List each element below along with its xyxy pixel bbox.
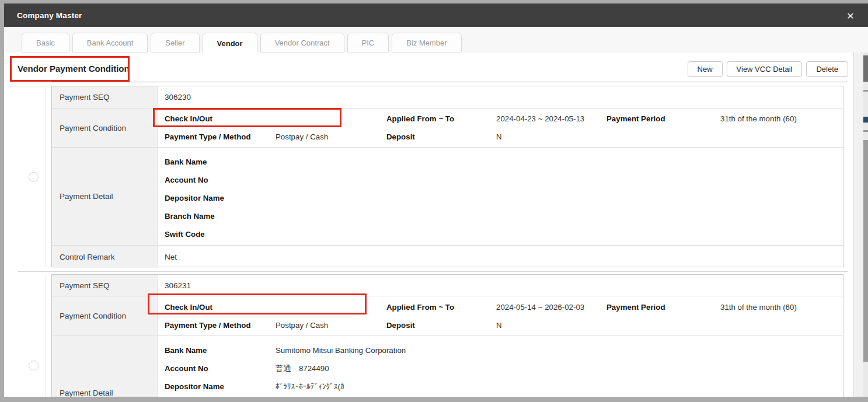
window-frame bbox=[0, 0, 868, 4]
account-no-label: Account No bbox=[165, 359, 276, 377]
payment-seq-value: 306231 bbox=[158, 275, 843, 296]
check-in-out-label: Check In/Out bbox=[165, 298, 386, 316]
swift-code-label: Swift Code bbox=[165, 225, 276, 243]
bank-name-value: Sumitomo Mitsui Banking Corporation bbox=[276, 341, 843, 359]
bank-name-value bbox=[276, 153, 843, 171]
record-select-radio[interactable] bbox=[29, 172, 39, 182]
table-row-payment-condition: Payment Condition Check In/Out Applied F… bbox=[52, 109, 843, 148]
payment-type-method-label: Payment Type / Method bbox=[165, 128, 276, 146]
bank-name-label: Bank Name bbox=[165, 341, 276, 359]
payment-record-table: Payment SEQ 306230 Payment Condition Che… bbox=[51, 86, 843, 267]
window-title: Company Master bbox=[17, 11, 82, 20]
between-records-divider bbox=[18, 271, 848, 272]
vendor-tab-content: Vendor Payment Condition New View VCC De… bbox=[4, 53, 853, 397]
applied-from-to-value: 2024-05-14 ~ 2026-02-03 bbox=[496, 298, 606, 316]
check-in-out-label: Check In/Out bbox=[165, 110, 386, 128]
table-row-payment-detail: Payment Detail Bank Name Sumitomo Mitsui… bbox=[52, 336, 843, 402]
branch-name-value bbox=[276, 207, 843, 225]
payment-condition-label: Payment Condition bbox=[52, 296, 158, 335]
tab-biz-member[interactable]: Biz Member bbox=[392, 33, 461, 53]
payment-detail-label: Payment Detail bbox=[52, 336, 158, 402]
account-no-label: Account No bbox=[165, 171, 276, 189]
applied-from-to-label: Applied From ~ To bbox=[386, 110, 496, 128]
table-row-payment-detail: Payment Detail Bank Name Account No Depo… bbox=[52, 148, 843, 246]
background-page-fragment bbox=[863, 117, 868, 123]
header-divider bbox=[51, 82, 848, 82]
deposit-label: Deposit bbox=[386, 316, 496, 334]
table-row-control-remark: Control Remark Net bbox=[52, 246, 843, 268]
new-button[interactable]: New bbox=[688, 61, 723, 77]
tab-seller[interactable]: Seller bbox=[151, 33, 199, 53]
payment-detail-label: Payment Detail bbox=[52, 148, 158, 245]
control-remark-value: Net bbox=[158, 246, 843, 268]
company-master-window: Company Master × Basic Bank Account Sell… bbox=[0, 0, 868, 402]
payment-type-method-label: Payment Type / Method bbox=[165, 316, 276, 334]
depositor-name-label: Depositor Name bbox=[165, 377, 276, 396]
tab-vendor[interactable]: Vendor bbox=[203, 33, 257, 54]
payment-seq-label: Payment SEQ bbox=[52, 275, 158, 296]
modal-titlebar: Company Master × bbox=[4, 4, 868, 27]
payment-record-table: Payment SEQ 306231 Payment Condition Che… bbox=[51, 274, 843, 402]
depositor-name-label: Depositor Name bbox=[165, 189, 276, 207]
deposit-label: Deposit bbox=[386, 128, 496, 146]
applied-from-to-label: Applied From ~ To bbox=[386, 298, 496, 316]
swift-code-value bbox=[276, 225, 843, 243]
payment-period-value: 31th of the month (60) bbox=[720, 110, 843, 128]
payment-condition-fields: Check In/Out Applied From ~ To 2024-04-2… bbox=[158, 109, 843, 147]
tab-vendor-contract[interactable]: Vendor Contract bbox=[260, 33, 344, 53]
payment-condition-label: Payment Condition bbox=[52, 109, 158, 147]
scrollbar-thumb[interactable] bbox=[863, 140, 868, 362]
payment-period-value: 31th of the month (60) bbox=[720, 298, 843, 316]
table-row-payment-condition: Payment Condition Check In/Out Applied F… bbox=[52, 296, 843, 336]
bank-name-label: Bank Name bbox=[165, 153, 276, 171]
background-page-fragment bbox=[863, 55, 868, 82]
window-frame bbox=[0, 397, 868, 402]
background-page-fragment bbox=[863, 90, 868, 92]
control-remark-label: Control Remark bbox=[52, 246, 158, 268]
applied-from-to-value: 2024-04-23 ~ 2024-05-13 bbox=[496, 110, 606, 128]
tab-bar: Basic Bank Account Seller Vendor Vendor … bbox=[4, 27, 868, 53]
delete-button[interactable]: Delete bbox=[806, 61, 848, 77]
table-row-payment-seq: Payment SEQ 306231 bbox=[52, 275, 843, 296]
account-no-value: 普通 8724490 bbox=[276, 359, 843, 377]
background-page-fragment bbox=[863, 130, 868, 132]
toolbar: New View VCC Detail Delete bbox=[688, 61, 848, 77]
depositor-name-value: ﾎﾟﾗﾘｽ･ﾎｰﾙﾃﾞｨﾝｸﾞｽ(ｶ bbox=[276, 377, 843, 396]
window-frame bbox=[0, 0, 4, 402]
section-title: Vendor Payment Condition bbox=[18, 64, 130, 74]
view-vcc-detail-button[interactable]: View VCC Detail bbox=[727, 61, 803, 77]
payment-type-method-value: Postpay / Cash bbox=[276, 316, 386, 334]
record-select-radio[interactable] bbox=[29, 361, 39, 370]
tab-bank-account[interactable]: Bank Account bbox=[72, 33, 148, 53]
payment-condition-fields: Check In/Out Applied From ~ To 2024-05-1… bbox=[158, 296, 843, 335]
deposit-value: N bbox=[496, 316, 606, 334]
tab-pic[interactable]: PIC bbox=[347, 33, 389, 53]
record-divider-line bbox=[46, 274, 46, 402]
payment-period-label: Payment Period bbox=[606, 298, 720, 316]
branch-name-label: Branch Name bbox=[165, 207, 276, 225]
account-no-value bbox=[276, 171, 843, 189]
payment-detail-fields: Bank Name Account No Depositor Name Bran… bbox=[158, 148, 843, 245]
payment-period-label: Payment Period bbox=[606, 110, 720, 128]
deposit-value: N bbox=[496, 128, 606, 146]
close-icon[interactable]: × bbox=[847, 9, 854, 22]
section-header: Vendor Payment Condition New View VCC De… bbox=[4, 53, 853, 86]
payment-seq-label: Payment SEQ bbox=[52, 86, 158, 108]
payment-detail-fields: Bank Name Sumitomo Mitsui Banking Corpor… bbox=[158, 336, 843, 402]
table-row-payment-seq: Payment SEQ 306230 bbox=[52, 86, 843, 109]
tab-basic[interactable]: Basic bbox=[22, 33, 69, 53]
right-edge-strip bbox=[853, 53, 868, 397]
payment-type-method-value: Postpay / Cash bbox=[276, 128, 386, 146]
payment-seq-value: 306230 bbox=[158, 86, 843, 108]
scrollbar-track[interactable] bbox=[863, 53, 868, 397]
record-divider-line bbox=[46, 86, 46, 267]
depositor-name-value bbox=[276, 189, 843, 207]
